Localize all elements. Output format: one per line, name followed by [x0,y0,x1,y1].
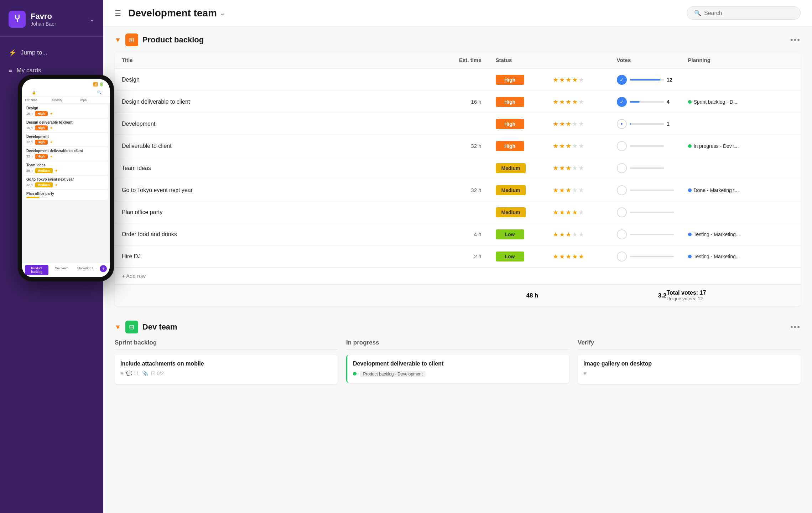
row-est: 16 h [446,94,489,109]
row-est: 32 h [446,183,489,197]
board-content: ▼ ⊞ Product backlog ••• Title Est. time … [103,26,812,513]
row-status: High [489,137,546,155]
phone-table-header: Est. time Priority Impa... [22,97,110,104]
col-header-stars [546,52,610,68]
row-title: Hire DJ [115,249,446,264]
phone-tab-dev-team[interactable]: Dev team [50,265,73,275]
row-planning: Done - Marketing t... [681,183,801,197]
table-row: Deliverable to client 32 h High ★★★★★ In… [115,135,801,157]
status-badge: High [496,97,524,107]
phone-row-meta: 16 h High ★ [26,125,105,130]
phone-tab-product-backlog[interactable]: Product backlog [25,265,48,275]
section-toggle-icon[interactable]: ▼ [115,36,121,44]
phone-add-tab-button[interactable]: + [100,265,107,272]
vote-checkbox[interactable] [617,252,627,261]
dev-card-image-gallery: Image gallery on desktop ≡ [578,355,801,384]
phone-row-time: 32 h [26,183,33,187]
hamburger-icon[interactable]: ☰ [115,9,121,17]
phone-col-est: Est. time [25,98,52,102]
phone-signal: ●●● ▲ 📶 🔋 [80,82,104,87]
row-title: Design deliverable to client [115,94,446,109]
app-logo: Ⴤ [9,11,26,28]
row-title: Team ideas [115,161,446,176]
card-tag-label: Product backlog - Development [360,371,425,377]
row-stars: ★★★★★ [546,94,610,110]
planning-dot [688,100,692,104]
table-row: Hire DJ 2 h Low ★★★★★ Testing - Marketin… [115,245,801,268]
row-est [446,120,489,128]
phone-star: ★ [50,155,53,158]
row-votes [610,181,681,200]
dev-team-more-icon[interactable]: ••• [790,322,801,332]
dev-team-columns: Sprint backlog Include attachments on mo… [115,339,801,384]
phone-row-meta: 32 h High ★ [26,140,105,145]
phone-team-name: Development team [38,90,73,94]
vote-count: 1 [667,121,674,127]
totals-votes: Total votes: 17 Unique voters: 12 [667,290,794,301]
table-row: Order food and drinks 4 h Low ★★★★★ Test… [115,223,801,245]
row-stars: ★★★★★ [546,182,610,198]
main-title-chevron-icon[interactable]: ⌄ [220,9,225,17]
row-title: Plan office party [115,205,446,220]
phone-star: ★ [50,126,53,130]
add-row-button[interactable]: + Add row [115,268,801,284]
app-info: Favro Johan Baer [31,12,56,27]
status-badge: Low [496,252,524,261]
phone-row-time: 16 h [26,126,33,130]
col-header-status: Status [489,52,546,68]
product-backlog-more-icon[interactable]: ••• [790,35,801,45]
sidebar-item-jump[interactable]: ⚡ Jump to... [0,44,103,62]
vote-checkbox[interactable] [617,163,627,173]
row-stars: ★★★★★ [546,160,610,176]
sidebar-chevron-icon[interactable]: ⌄ [89,15,95,23]
phone-row-meta: 32 h High ★ [26,154,105,159]
row-votes [610,225,681,244]
planning-dot [688,233,692,236]
vote-checkbox[interactable] [617,207,627,217]
dev-card-development-deliverable: Development deliverable to client Produc… [346,355,569,383]
vote-checkbox[interactable] [617,229,627,239]
cards-icon: ≡ [9,67,12,74]
col-header-planning: Planning [681,52,801,68]
main-title: Development team [128,7,217,19]
row-planning: Testing - Marketing... [681,249,801,264]
dev-team-header: ▼ ⊟ Dev team ••• [115,321,801,333]
status-badge-high: High [496,75,524,85]
vote-checkbox[interactable] [617,185,627,195]
col-header-votes: Votes [610,52,681,68]
phone-top-bar: ☰ 🔒 Development team ⌄ ⊞ 🔍 ✦ [22,88,110,97]
row-title: Deliverable to client [115,139,446,154]
status-badge: High [496,141,524,151]
vote-checkbox[interactable] [617,119,627,129]
search-input[interactable] [704,10,793,16]
row-votes-design: ✓ 12 [610,71,681,89]
search-box: 🔍 [687,6,801,20]
dev-team-toggle-icon[interactable]: ▼ [115,323,121,331]
vote-checkbox[interactable]: ✓ [617,97,627,107]
row-votes [610,137,681,155]
product-backlog-header: ▼ ⊞ Product backlog ••• [115,33,801,46]
vote-checkbox[interactable] [617,141,627,151]
phone-row-title: Development deliverable to client [26,149,105,153]
phone-tab-marketing[interactable]: Marketing t... [75,265,98,275]
phone-row-design-deliverable: Design deliverable to client 16 h High ★ [24,119,108,132]
row-planning-design [681,76,801,84]
row-planning [681,164,801,172]
sprint-backlog-header: Sprint backlog [115,339,338,350]
product-backlog-table: Title Est. time Status Votes Planning De… [115,52,801,306]
phone-row-title: Plan office party [26,192,105,196]
row-votes [610,247,681,266]
dev-card-include-attachments: Include attachments on mobile ≡ 💬 11 📎 ☑… [115,355,338,384]
product-backlog-title: Product backlog [142,35,204,45]
phone-actions: ⊞ 🔍 ✦ [93,90,105,94]
phone-status-bar: 15:22 ●●● ▲ 📶 🔋 [22,79,110,88]
phone-time: 15:22 [28,82,38,87]
row-planning: Sprint backlog - D... [681,95,801,109]
table-row: Development High ★★★★★ 1 [115,113,801,135]
phone-row-time: 32 h [26,155,33,158]
row-status: Medium [489,181,546,200]
vote-checkbox[interactable]: ✓ [617,75,627,85]
sprint-backlog-column: Sprint backlog Include attachments on mo… [115,339,338,384]
phone-row-title: Design [26,106,105,110]
row-est: 4 h [446,227,489,242]
